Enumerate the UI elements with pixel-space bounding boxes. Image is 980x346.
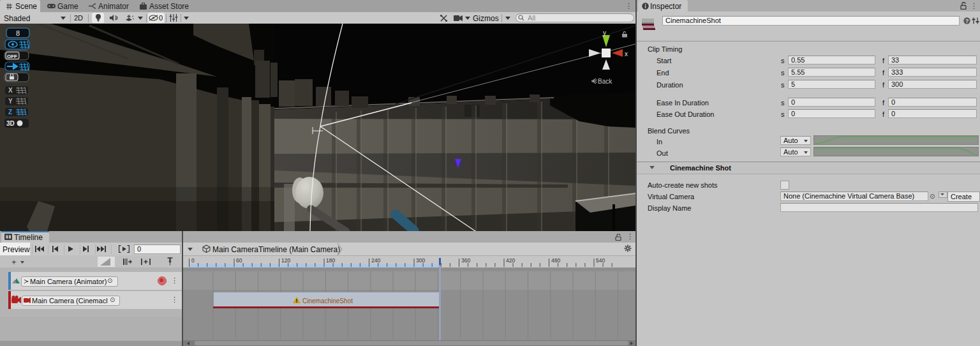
svg-text:?: ?: [965, 18, 969, 24]
svg-text:OFF: OFF: [7, 54, 17, 59]
svg-text:y: y: [603, 29, 606, 36]
svg-text:3D: 3D: [6, 120, 15, 127]
svg-text:8: 8: [16, 29, 20, 37]
svg-text:x: x: [625, 50, 628, 57]
svg-text:Back: Back: [598, 78, 612, 85]
svg-text:Y: Y: [8, 98, 13, 105]
svg-text:X: X: [8, 87, 13, 94]
svg-text:Z: Z: [8, 109, 12, 116]
